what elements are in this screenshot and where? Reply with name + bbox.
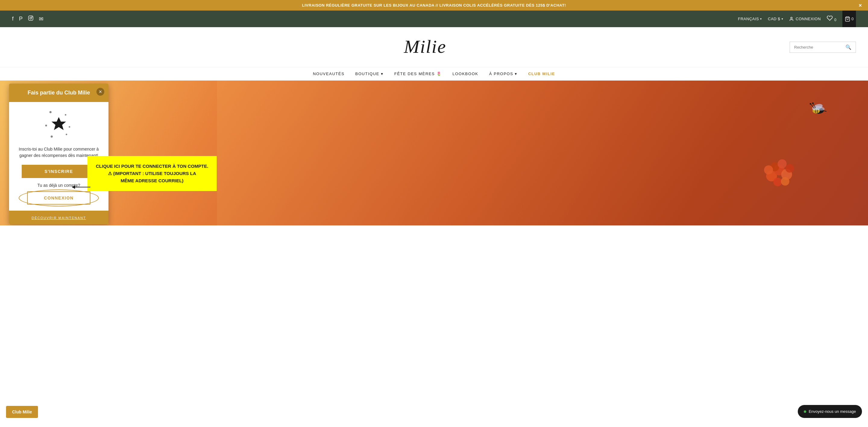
nav-item-apropos[interactable]: À PROPOS ▾ [489, 72, 517, 76]
facebook-icon[interactable]: f [12, 16, 13, 22]
arrow-annotation [72, 187, 90, 188]
svg-marker-26 [52, 117, 66, 130]
cart-button[interactable]: 0 [842, 10, 856, 27]
signin-button[interactable]: S'INSCRIRE [22, 165, 96, 178]
chevron-down-icon: ▾ [381, 72, 384, 76]
cart-count: 0 [851, 17, 854, 21]
language-selector[interactable]: FRANÇAIS ▾ [738, 17, 762, 21]
nav-item-club[interactable]: CLUB MILIE [528, 72, 555, 76]
chevron-down-icon: ▾ [781, 17, 783, 21]
utility-bar: f P ✉ FRANÇAIS ▾ CAD $ ▾ CONNEXION [0, 10, 868, 27]
popup-overlay: Fais partie du Club Milie × [0, 81, 868, 225]
currency-label: CAD $ [768, 17, 780, 21]
hero-section: Fais partie du Club Milie × [0, 81, 868, 225]
connexion-wrapper: CONNEXION [22, 191, 96, 205]
dot [45, 125, 47, 126]
arrow-head [72, 185, 75, 189]
dot [50, 111, 52, 113]
connexion-ellipse [19, 190, 99, 206]
login-button[interactable]: CONNEXION [789, 17, 821, 22]
announcement-bar: LIVRAISON RÉGULIÈRE GRATUITE SUR LES BIJ… [0, 0, 868, 10]
main-nav: NOUVEAUTÉS BOUTIQUE ▾ FÊTE DES MÈRES 🌷 L… [0, 67, 868, 81]
nav-item-fete[interactable]: FÊTE DES MÈRES 🌷 [394, 72, 441, 76]
club-popup: Fais partie du Club Milie × [9, 84, 108, 225]
header: Milie 🔍 [0, 27, 868, 67]
dot [66, 134, 67, 135]
announcement-close[interactable]: × [859, 2, 862, 8]
language-label: FRANÇAIS [738, 17, 759, 21]
dot [51, 136, 53, 138]
popup-close-button[interactable]: × [96, 88, 104, 96]
popup-footer: DÉCOUVRIR MAINTENANT [9, 211, 108, 225]
search-box[interactable]: 🔍 [789, 41, 856, 53]
search-icon[interactable]: 🔍 [845, 45, 851, 50]
site-logo[interactable]: Milie [401, 33, 467, 61]
nav-item-lookbook[interactable]: LOOKBOOK [453, 72, 478, 76]
social-icons: f P ✉ [12, 16, 43, 22]
wishlist-button[interactable]: 0 [827, 15, 836, 23]
svg-rect-0 [29, 16, 33, 21]
chevron-down-icon: ▾ [760, 17, 762, 21]
announcement-text: LIVRAISON RÉGULIÈRE GRATUITE SUR LES BIJ… [302, 3, 566, 7]
utility-right: FRANÇAIS ▾ CAD $ ▾ CONNEXION 0 [738, 10, 856, 27]
chevron-down-icon: ▾ [515, 72, 518, 76]
callout-tooltip: CLIQUE ICI POUR TE CONNECTER À TON COMPT… [87, 156, 217, 191]
wishlist-count: 0 [834, 18, 836, 22]
arrow-line [72, 187, 90, 188]
pinterest-icon[interactable]: P [19, 16, 23, 22]
mail-icon[interactable]: ✉ [39, 16, 43, 22]
search-input[interactable] [794, 45, 843, 50]
svg-point-3 [790, 17, 792, 19]
discover-link[interactable]: DÉCOUVRIR MAINTENANT [32, 216, 86, 220]
popup-header: Fais partie du Club Milie × [9, 84, 108, 102]
popup-title: Fais partie du Club Milie [27, 90, 90, 96]
instagram-icon[interactable] [28, 16, 33, 22]
nav-item-boutique[interactable]: BOUTIQUE ▾ [355, 72, 383, 76]
currency-selector[interactable]: CAD $ ▾ [768, 17, 783, 21]
star-graphic [42, 108, 75, 141]
callout-text: CLIQUE ICI POUR TE CONNECTER À TON COMPT… [96, 163, 208, 184]
svg-point-2 [32, 17, 32, 17]
login-label: CONNEXION [796, 17, 821, 21]
nav-item-nouveautes[interactable]: NOUVEAUTÉS [313, 72, 344, 76]
svg-point-1 [30, 17, 32, 19]
svg-text:Milie: Milie [404, 36, 446, 57]
dot [69, 126, 70, 127]
